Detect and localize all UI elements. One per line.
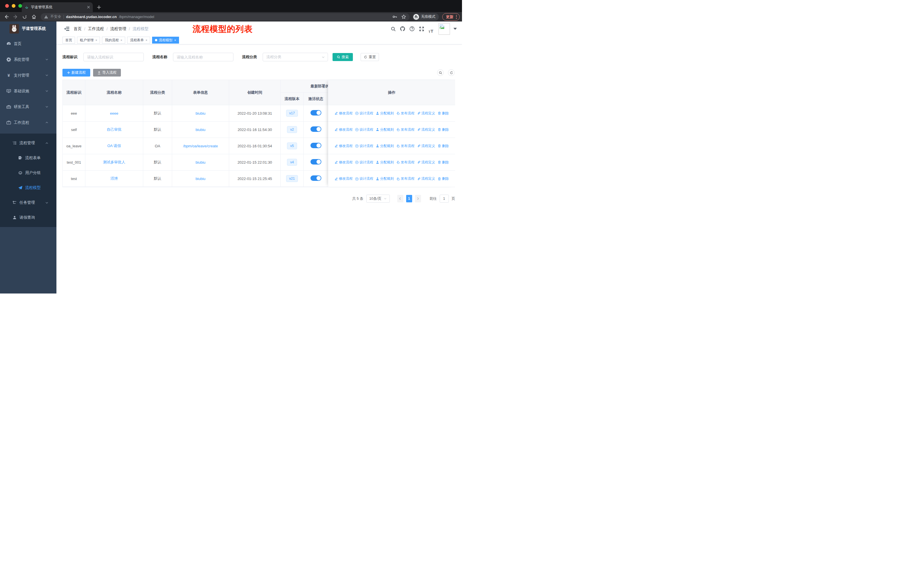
form-info-link[interactable]: /bpm/oa/leave/create <box>183 144 218 148</box>
url-host[interactable]: dashboard.yudao.iocoder.cn <box>66 15 117 19</box>
publish-process-link[interactable]: 发布流程 <box>396 111 414 116</box>
design-process-link[interactable]: 设计流程 <box>355 127 373 132</box>
process-definition-link[interactable]: 流程定义 <box>417 144 435 149</box>
version-badge[interactable]: v21 <box>286 175 298 182</box>
sidebar-item-system[interactable]: 系统管理 <box>0 51 56 67</box>
key-icon[interactable] <box>393 14 397 19</box>
home-icon[interactable] <box>30 13 38 21</box>
update-label[interactable]: 更新 <box>446 14 454 20</box>
process-definition-link[interactable]: 流程定义 <box>417 127 435 132</box>
close-icon[interactable]: × <box>96 38 97 42</box>
design-process-link[interactable]: 设计流程 <box>355 144 373 149</box>
process-definition-link[interactable]: 流程定义 <box>417 160 435 165</box>
delete-link[interactable]: 删除 <box>438 144 449 149</box>
form-info-link[interactable]: biubiu <box>196 177 206 181</box>
form-info-link[interactable]: biubiu <box>196 160 206 165</box>
publish-process-link[interactable]: 发布流程 <box>396 176 414 181</box>
fullscreen-icon[interactable] <box>417 24 426 33</box>
browser-tab[interactable]: 芋道管理系统 <box>22 2 93 12</box>
tag-home[interactable]: 首页 <box>63 37 75 43</box>
tag-process-form[interactable]: 流程表单× <box>127 37 150 43</box>
assign-rule-link[interactable]: 分配规则 <box>376 144 394 149</box>
app-logo[interactable]: 芋道管理系统 <box>0 21 56 36</box>
version-badge[interactable]: v2 <box>287 126 297 133</box>
tab-close-icon[interactable] <box>87 6 90 8</box>
reload-icon[interactable] <box>21 13 29 21</box>
font-size-icon[interactable]: TT <box>426 24 436 33</box>
next-page-button[interactable] <box>415 195 421 202</box>
assign-rule-link[interactable]: 分配规则 <box>376 160 394 165</box>
window-controls[interactable] <box>5 4 22 8</box>
breadcrumb-home[interactable]: 首页 <box>74 26 82 31</box>
sidebar-item-infrastructure[interactable]: 基础设施 <box>0 83 56 99</box>
sidebar-item-process-form[interactable]: 流程表单 <box>0 150 56 165</box>
process-name-link[interactable]: 测试多审批人 <box>103 160 125 164</box>
sidebar-item-user-group[interactable]: 用户分组 <box>0 165 56 180</box>
show-search-button[interactable] <box>437 69 444 76</box>
sidebar-item-workflow[interactable]: 工作流程 <box>0 115 56 131</box>
assign-rule-link[interactable]: 分配规则 <box>376 127 394 132</box>
new-tab-button[interactable] <box>94 3 103 12</box>
filter-key-input[interactable] <box>83 53 144 61</box>
sidebar-item-task-management[interactable]: 任务管理 <box>0 195 56 210</box>
breadcrumb-workflow[interactable]: 工作流程 <box>88 26 104 31</box>
process-name-link[interactable]: 自己审批 <box>107 127 122 132</box>
bookmark-star-icon[interactable] <box>401 14 406 19</box>
version-badge[interactable]: v17 <box>286 110 298 117</box>
sidebar-item-process-model[interactable]: 流程模型 <box>0 180 56 195</box>
goto-page-input[interactable] <box>440 195 449 203</box>
help-icon[interactable] <box>407 24 417 33</box>
close-window-button[interactable] <box>5 4 9 8</box>
avatar[interactable] <box>439 23 450 35</box>
active-toggle[interactable] <box>310 126 322 132</box>
delete-link[interactable]: 删除 <box>438 160 449 165</box>
search-icon[interactable] <box>388 24 398 33</box>
minimize-window-button[interactable] <box>12 4 15 8</box>
breadcrumb-process-management[interactable]: 流程管理 <box>110 26 126 31</box>
publish-process-link[interactable]: 发布流程 <box>396 144 414 149</box>
search-button[interactable]: 搜索 <box>333 53 353 61</box>
form-info-link[interactable]: biubiu <box>196 127 206 132</box>
filter-name-input[interactable] <box>173 53 233 61</box>
tag-process-model[interactable]: 流程模型× <box>152 37 179 43</box>
page-size-select[interactable]: 10条/页 <box>366 195 390 203</box>
import-process-button[interactable]: 导入流程 <box>93 69 121 76</box>
publish-process-link[interactable]: 发布流程 <box>396 160 414 165</box>
design-process-link[interactable]: 设计流程 <box>355 176 373 181</box>
process-name-link[interactable]: eeee <box>110 111 118 116</box>
user-menu-caret-icon[interactable] <box>454 28 457 30</box>
refresh-table-button[interactable] <box>448 69 455 76</box>
version-badge[interactable]: v5 <box>287 142 297 149</box>
process-definition-link[interactable]: 流程定义 <box>417 111 435 116</box>
reset-button[interactable]: 重置 <box>361 53 379 61</box>
design-process-link[interactable]: 设计流程 <box>355 111 373 116</box>
delete-link[interactable]: 删除 <box>438 127 449 132</box>
process-name-link[interactable]: 滔博 <box>111 176 118 180</box>
sidebar-item-leave-query[interactable]: 请假查询 <box>0 210 56 225</box>
sidebar-item-payment[interactable]: ¥ 支付管理 <box>0 67 56 83</box>
edit-process-link[interactable]: 修改流程 <box>335 176 353 181</box>
active-toggle[interactable] <box>310 159 322 165</box>
back-icon[interactable] <box>2 13 10 21</box>
active-toggle[interactable] <box>310 175 322 181</box>
active-toggle[interactable] <box>310 143 322 148</box>
sidebar-item-home[interactable]: 首页 <box>0 36 56 51</box>
url-path[interactable]: /bpm/manager/model <box>119 15 154 19</box>
active-toggle[interactable] <box>310 110 322 116</box>
process-definition-link[interactable]: 流程定义 <box>417 176 435 181</box>
warning-icon[interactable] <box>44 15 48 19</box>
delete-link[interactable]: 删除 <box>438 176 449 181</box>
close-icon[interactable]: × <box>174 38 176 42</box>
assign-rule-link[interactable]: 分配规则 <box>376 111 394 116</box>
forward-icon[interactable] <box>12 13 20 21</box>
browser-menu-icon[interactable] <box>456 15 457 19</box>
sidebar-item-process-management[interactable]: 流程管理 <box>0 136 56 150</box>
edit-process-link[interactable]: 修改流程 <box>335 144 353 149</box>
edit-process-link[interactable]: 修改流程 <box>335 127 353 132</box>
create-process-button[interactable]: 新建流程 <box>63 69 90 76</box>
prev-page-button[interactable] <box>397 195 403 202</box>
filter-category-select[interactable]: 流程分类 <box>262 53 328 61</box>
delete-link[interactable]: 删除 <box>438 111 449 116</box>
edit-process-link[interactable]: 修改流程 <box>335 160 353 165</box>
github-icon[interactable] <box>398 24 407 33</box>
